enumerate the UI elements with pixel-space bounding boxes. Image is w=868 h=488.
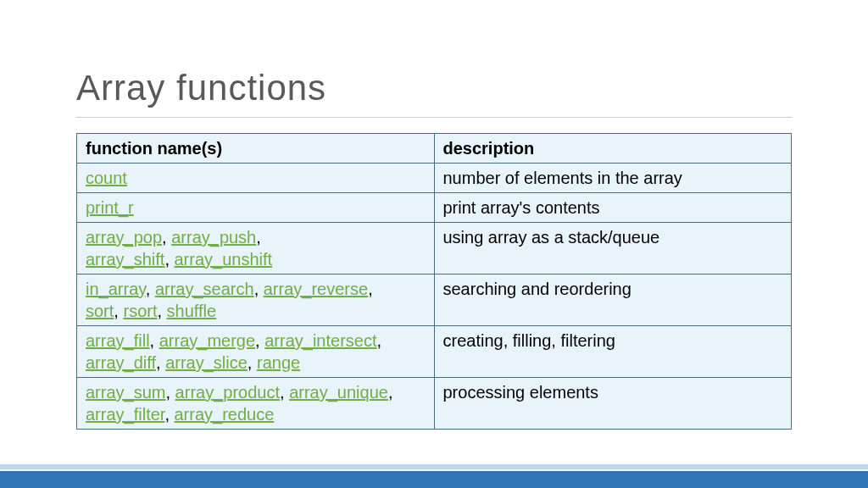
functions-table: function name(s) description countnumber… bbox=[76, 133, 792, 430]
table-row: array_pop, array_push, array_shift, arra… bbox=[77, 223, 792, 274]
cell-description: processing elements bbox=[434, 378, 792, 430]
cell-description: print array's contents bbox=[434, 193, 792, 223]
cell-function-names: array_fill, array_merge, array_intersect… bbox=[77, 326, 435, 378]
cell-description: searching and reordering bbox=[434, 274, 792, 326]
separator: , bbox=[162, 228, 171, 247]
separator: , bbox=[254, 280, 264, 298]
function-link[interactable]: array_filter bbox=[86, 405, 164, 424]
separator: , bbox=[156, 353, 165, 372]
header-function-names: function name(s) bbox=[77, 134, 435, 164]
function-link[interactable]: array_slice bbox=[165, 353, 248, 372]
function-link[interactable]: array_sum bbox=[86, 383, 165, 402]
accent-bar bbox=[0, 464, 868, 488]
function-link[interactable]: array_product bbox=[175, 383, 280, 402]
table-row: print_rprint array's contents bbox=[77, 193, 792, 223]
separator: , bbox=[150, 331, 159, 350]
accent-main bbox=[0, 471, 868, 488]
cell-function-names: print_r bbox=[77, 193, 435, 223]
separator: , bbox=[280, 383, 289, 402]
table-row: array_fill, array_merge, array_intersect… bbox=[77, 326, 792, 378]
cell-description: using array as a stack/queue bbox=[434, 223, 792, 274]
function-link[interactable]: array_search bbox=[155, 280, 254, 298]
title-underline bbox=[76, 117, 792, 118]
function-link[interactable]: array_shift bbox=[86, 250, 164, 269]
function-link[interactable]: array_unique bbox=[289, 383, 388, 402]
function-link[interactable]: array_diff bbox=[86, 353, 156, 372]
function-link[interactable]: range bbox=[257, 353, 300, 372]
separator: , bbox=[164, 405, 174, 424]
function-link[interactable]: array_unshift bbox=[175, 250, 273, 269]
separator: , bbox=[255, 331, 264, 350]
function-link[interactable]: count bbox=[86, 169, 127, 187]
separator: , bbox=[146, 280, 155, 298]
cell-description: creating, filling, filtering bbox=[434, 326, 792, 378]
separator: , bbox=[165, 383, 175, 402]
function-link[interactable]: sort bbox=[86, 302, 114, 320]
table-row: array_sum, array_product, array_unique, … bbox=[77, 378, 792, 430]
function-link[interactable]: in_array bbox=[86, 280, 146, 298]
separator: , bbox=[248, 353, 257, 372]
function-link[interactable]: array_merge bbox=[159, 331, 255, 350]
separator: , bbox=[377, 331, 382, 350]
function-link[interactable]: rsort bbox=[123, 302, 157, 320]
function-link[interactable]: array_intersect bbox=[264, 331, 376, 350]
table-row: countnumber of elements in the array bbox=[77, 164, 792, 193]
slide: Array functions function name(s) descrip… bbox=[0, 0, 868, 488]
separator: , bbox=[157, 302, 166, 320]
separator: , bbox=[164, 250, 174, 269]
function-link[interactable]: array_reverse bbox=[264, 280, 368, 298]
cell-function-names: in_array, array_search, array_reverse, s… bbox=[77, 274, 435, 326]
slide-title: Array functions bbox=[76, 68, 792, 108]
separator: , bbox=[256, 228, 261, 247]
cell-function-names: array_sum, array_product, array_unique, … bbox=[77, 378, 435, 430]
function-link[interactable]: shuffle bbox=[167, 302, 217, 320]
function-link[interactable]: array_fill bbox=[86, 331, 150, 350]
separator: , bbox=[114, 302, 123, 320]
cell-description: number of elements in the array bbox=[434, 164, 792, 193]
function-link[interactable]: array_push bbox=[171, 228, 256, 247]
header-description: description bbox=[434, 134, 792, 164]
function-link[interactable]: array_reduce bbox=[175, 405, 275, 424]
function-link[interactable]: array_pop bbox=[86, 228, 162, 247]
table-header-row: function name(s) description bbox=[77, 134, 792, 164]
cell-function-names: count bbox=[77, 164, 435, 193]
table-row: in_array, array_search, array_reverse, s… bbox=[77, 274, 792, 326]
function-link[interactable]: print_r bbox=[86, 198, 134, 217]
cell-function-names: array_pop, array_push, array_shift, arra… bbox=[77, 223, 435, 274]
separator: , bbox=[388, 383, 393, 402]
separator: , bbox=[368, 280, 373, 298]
